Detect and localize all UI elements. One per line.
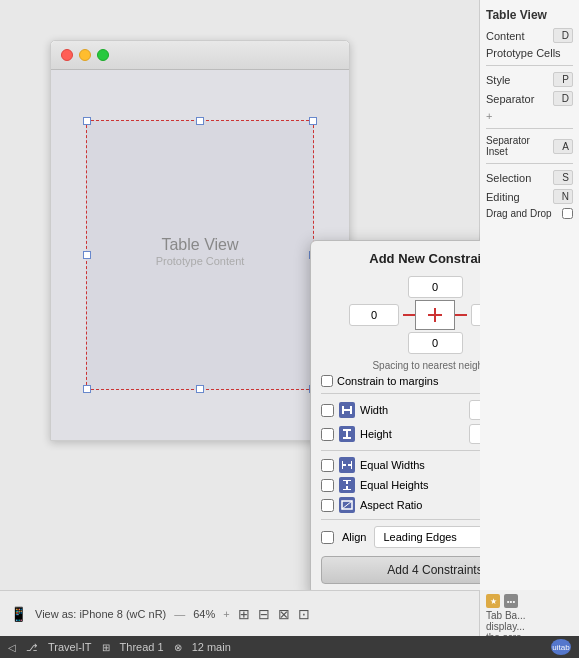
avatar: uitab [551,639,571,655]
table-view-box[interactable]: Table View Prototype Content [86,120,314,390]
iphone-icon: 📱 [10,606,27,622]
maximize-button[interactable] [97,49,109,61]
svg-rect-13 [343,489,351,490]
git-icon: ⊗ [174,642,182,653]
editing-row: Editing N [486,189,573,204]
arrow-icon: ◁ [8,642,16,653]
style-value: P [553,72,573,87]
equal-heights-row: Equal Heights [321,477,480,493]
width-value-input[interactable] [469,400,480,420]
handle-top-middle[interactable] [196,117,204,125]
zoom-label: 64% [193,608,215,620]
layout-icon-3[interactable]: ⊠ [278,606,290,622]
equal-heights-icon [339,477,355,493]
bottom-toolbar: 📱 View as: iPhone 8 (wC nR) — 64% + ⊞ ⊟ … [0,590,479,636]
equal-heights-checkbox[interactable] [321,479,334,492]
editing-label: Editing [486,191,520,203]
svg-rect-9 [351,461,352,469]
right-panel-title: Table View [486,8,573,22]
constrain-margins-checkbox[interactable] [321,375,333,387]
equal-heights-label: Equal Heights [360,479,480,491]
handle-bottom-left[interactable] [83,385,91,393]
right-panel: Table View Content D Prototype Cells Sty… [479,0,579,590]
prototype-cells-row: Prototype Cells [486,47,573,59]
constrain-margins-label: Constrain to margins [337,375,439,387]
svg-rect-8 [342,461,343,469]
bottom-spacing-input[interactable] [408,332,463,354]
top-spacing-input[interactable] [408,276,463,298]
svg-rect-5 [343,437,351,439]
handle-bottom-middle[interactable] [196,385,204,393]
drag-drop-label: Drag and Drop [486,208,552,219]
layout-icon-2[interactable]: ⊟ [258,606,270,622]
plus-label: + [223,608,229,620]
title-bar [51,41,349,70]
handle-middle-left[interactable] [83,251,91,259]
aspect-ratio-icon [339,497,355,513]
aspect-ratio-checkbox[interactable] [321,499,334,512]
separator-label: Separator [486,93,534,105]
minimize-button[interactable] [79,49,91,61]
layout-icon-4[interactable]: ⊡ [298,606,310,622]
equal-widths-row: Equal Widths [321,457,480,473]
add-separator-btn[interactable]: + [486,110,573,122]
separator-value: D [553,91,573,106]
equal-widths-label: Equal Widths [360,459,480,471]
svg-rect-4 [343,429,351,431]
status-bar: ◁ ⎇ Travel-IT ⊞ Thread 1 ⊗ 12 main uitab [0,636,579,658]
branch-icon: ⎇ [26,642,38,653]
popup-title: Add New Constraints [321,251,480,266]
handle-top-left[interactable] [83,117,91,125]
handle-top-right[interactable] [309,117,317,125]
constrain-margins-row: Constrain to margins [321,375,480,387]
separator-row: Separator D [486,91,573,106]
minus-label: — [174,608,185,620]
content-value: D [553,28,573,43]
prototype-cells-label: Prototype Cells [486,47,561,59]
spacing-diagram [321,276,480,354]
align-label: Align [342,531,366,543]
layout-icon-1[interactable]: ⊞ [238,606,250,622]
height-icon [339,426,355,442]
spacing-middle-row [349,300,480,330]
aspect-ratio-label: Aspect Ratio [360,499,480,511]
align-value-select[interactable]: Leading Edges [374,526,480,548]
width-icon [339,402,355,418]
height-checkbox[interactable] [321,428,334,441]
height-value-input[interactable] [469,424,480,444]
separator-inset-label: Separator Inset [486,135,553,157]
width-checkbox[interactable] [321,404,334,417]
svg-rect-12 [343,480,351,481]
dot-icon: ••• [504,594,518,608]
add-constraints-button[interactable]: Add 4 Constraints [321,556,480,584]
align-row: Align Leading Edges [321,526,480,548]
table-view-label: Table View Prototype Content [156,236,245,268]
spacing-center-box [415,300,455,330]
close-button[interactable] [61,49,73,61]
style-label: Style [486,74,510,86]
selection-value: S [553,170,573,185]
drag-drop-checkbox[interactable] [562,208,573,219]
table-view-sub-label: Prototype Content [156,255,245,267]
separator-inset-value: A [553,139,573,154]
svg-rect-1 [342,406,344,414]
svg-rect-2 [350,406,352,414]
right-spacing-input[interactable] [471,304,480,326]
tab-bar-info: ★ ••• Tab Ba... display... the scre... [479,590,579,636]
equal-widths-checkbox[interactable] [321,459,334,472]
table-view-main-label: Table View [156,236,245,254]
tab-bar-title: Tab Ba... [486,610,573,621]
canvas-area: Table View Prototype Content Add New Con… [0,0,480,590]
left-spacing-input[interactable] [349,304,399,326]
width-label: Width [360,404,464,416]
drag-drop-row: Drag and Drop [486,208,573,219]
aspect-ratio-row: Aspect Ratio [321,497,480,513]
main-branch: 12 main [192,641,231,653]
view-as-label: View as: iPhone 8 (wC nR) [35,608,166,620]
content-label: Content [486,30,525,42]
selection-row: Selection S [486,170,573,185]
align-checkbox[interactable] [321,531,334,544]
style-row: Style P [486,72,573,87]
editing-value: N [553,189,573,204]
width-constraint-row: Width ▼ [321,400,480,420]
